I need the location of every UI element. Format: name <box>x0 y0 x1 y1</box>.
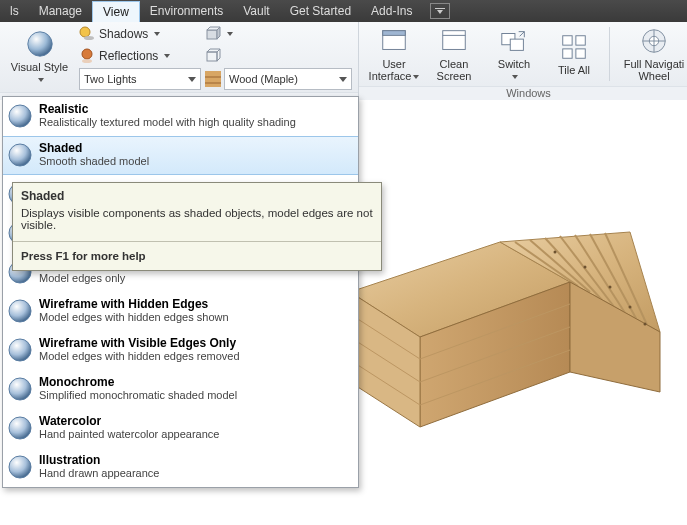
appearance-extra: Wood (Maple) <box>205 24 352 90</box>
menu-item-tools[interactable]: ls <box>0 1 29 21</box>
shadows-button[interactable]: Shadows <box>79 24 199 44</box>
dropdown-item-illustration[interactable]: IllustrationHand drawn appearance <box>3 448 358 487</box>
nav-wheel-icon <box>639 26 669 56</box>
chevron-down-icon <box>413 75 419 79</box>
shadows-label: Shadows <box>99 27 148 41</box>
svg-point-48 <box>609 286 612 289</box>
clean-screen-button[interactable]: Clean Screen <box>425 24 483 84</box>
svg-point-1 <box>80 27 90 37</box>
menu-item-add-ins[interactable]: Add-Ins <box>361 1 422 21</box>
reflections-button[interactable]: Reflections <box>79 46 199 66</box>
svg-point-51 <box>9 105 31 127</box>
visual-style-button[interactable]: Visual Style <box>6 27 73 87</box>
chevron-down-icon <box>227 32 233 36</box>
material-swatch-icon <box>205 71 221 87</box>
tile-icon <box>559 32 589 62</box>
panel-windows-label: Windows <box>359 86 687 100</box>
menu-item-get-started[interactable]: Get Started <box>280 1 361 21</box>
tooltip-help: Press F1 for more help <box>13 242 381 270</box>
menu-item-vault[interactable]: Vault <box>233 1 279 21</box>
dropdown-item-desc: Realistically textured model with high q… <box>39 116 296 128</box>
svg-point-4 <box>82 59 92 63</box>
user-interface-button[interactable]: User Interface <box>365 24 423 84</box>
sphere-icon <box>7 376 33 402</box>
switch-button[interactable]: Switch <box>485 24 543 84</box>
svg-rect-13 <box>205 82 221 84</box>
svg-point-59 <box>9 417 31 439</box>
sphere-icon <box>7 142 33 168</box>
sphere-icon <box>7 337 33 363</box>
visual-style-label: Visual Style <box>11 61 68 73</box>
clean-screen-label: Clean Screen <box>437 58 472 82</box>
dropdown-item-monochrome[interactable]: MonochromeSimplified monochromatic shade… <box>3 370 358 409</box>
tooltip: Shaded Displays visible components as sh… <box>12 182 382 271</box>
sphere-icon <box>7 454 33 480</box>
shadows-icon <box>79 26 95 42</box>
dropdown-item-desc: Simplified monochromatic shaded model <box>39 389 237 401</box>
texture-toggle-2[interactable] <box>205 46 225 66</box>
switch-label: Switch <box>498 58 530 70</box>
svg-point-2 <box>84 36 94 40</box>
dropdown-item-title: Wireframe with Hidden Edges <box>39 297 229 311</box>
svg-rect-20 <box>563 36 572 45</box>
nav-wheel-label: Full Navigati Wheel <box>624 58 685 82</box>
svg-rect-8 <box>207 52 217 61</box>
dropdown-item-desc: Model edges only <box>39 272 125 284</box>
svg-rect-5 <box>207 30 217 39</box>
window-icon <box>379 26 409 56</box>
svg-point-49 <box>629 306 632 309</box>
sphere-icon <box>7 103 33 129</box>
sphere-icon <box>7 298 33 324</box>
cube-icon <box>205 26 221 42</box>
svg-point-47 <box>584 266 587 269</box>
dropdown-item-title: Shaded <box>39 141 149 155</box>
dropdown-item-wireframe-with-hidden-edges[interactable]: Wireframe with Hidden EdgesModel edges w… <box>3 292 358 331</box>
dropdown-item-title: Wireframe with Visible Edges Only <box>39 336 240 350</box>
user-interface-label: User Interface <box>369 58 412 82</box>
dropdown-item-title: Monochrome <box>39 375 237 389</box>
menu-overflow-button[interactable] <box>430 3 450 19</box>
clean-screen-icon <box>439 26 469 56</box>
menu-item-manage[interactable]: Manage <box>29 1 92 21</box>
sphere-icon <box>7 415 33 441</box>
panel-windows: User Interface Clean Screen Switch Tile … <box>359 22 687 100</box>
dropdown-item-desc: Smooth shaded model <box>39 155 149 167</box>
dropdown-item-realistic[interactable]: RealisticRealistically textured model wi… <box>3 97 358 136</box>
chevron-down-icon <box>188 77 196 82</box>
dropdown-item-watercolor[interactable]: WatercolorHand painted watercolor appear… <box>3 409 358 448</box>
tile-all-button[interactable]: Tile All <box>545 24 603 84</box>
lights-combo-value: Two Lights <box>84 73 137 85</box>
reflections-icon <box>79 48 95 64</box>
svg-marker-10 <box>217 49 220 61</box>
svg-point-3 <box>82 49 92 59</box>
sphere-icon <box>25 29 55 59</box>
material-combo[interactable]: Wood (Maple) <box>224 68 352 90</box>
wood-model <box>330 222 687 462</box>
appearance-options: Shadows Reflections Two Lights <box>79 24 199 90</box>
dropdown-item-desc: Hand drawn appearance <box>39 467 159 479</box>
dropdown-item-desc: Model edges with hidden edges removed <box>39 350 240 362</box>
tile-all-label: Tile All <box>558 64 590 76</box>
lights-combo[interactable]: Two Lights <box>79 68 201 90</box>
svg-point-46 <box>554 251 557 254</box>
cube-outline-icon <box>205 48 221 64</box>
svg-point-52 <box>9 144 31 166</box>
menu-item-environments[interactable]: Environments <box>140 1 233 21</box>
chevron-down-icon <box>154 32 160 36</box>
svg-point-56 <box>9 300 31 322</box>
svg-rect-23 <box>576 49 585 58</box>
svg-point-50 <box>644 323 647 326</box>
svg-point-0 <box>27 32 51 56</box>
visual-style-dropdown: RealisticRealistically textured model wi… <box>2 96 359 488</box>
menu-item-view[interactable]: View <box>92 1 140 22</box>
chevron-down-icon <box>339 77 347 82</box>
nav-wheel-button[interactable]: Full Navigati Wheel <box>616 24 687 84</box>
material-combo-value: Wood (Maple) <box>229 73 298 85</box>
svg-rect-21 <box>576 36 585 45</box>
dropdown-item-title: Realistic <box>39 102 296 116</box>
dropdown-item-desc: Model edges with hidden edges shown <box>39 311 229 323</box>
dropdown-item-shaded[interactable]: ShadedSmooth shaded model <box>3 136 358 175</box>
dropdown-item-wireframe-with-visible-edges-only[interactable]: Wireframe with Visible Edges OnlyModel e… <box>3 331 358 370</box>
separator <box>609 27 610 81</box>
texture-toggle-1[interactable] <box>205 24 233 44</box>
